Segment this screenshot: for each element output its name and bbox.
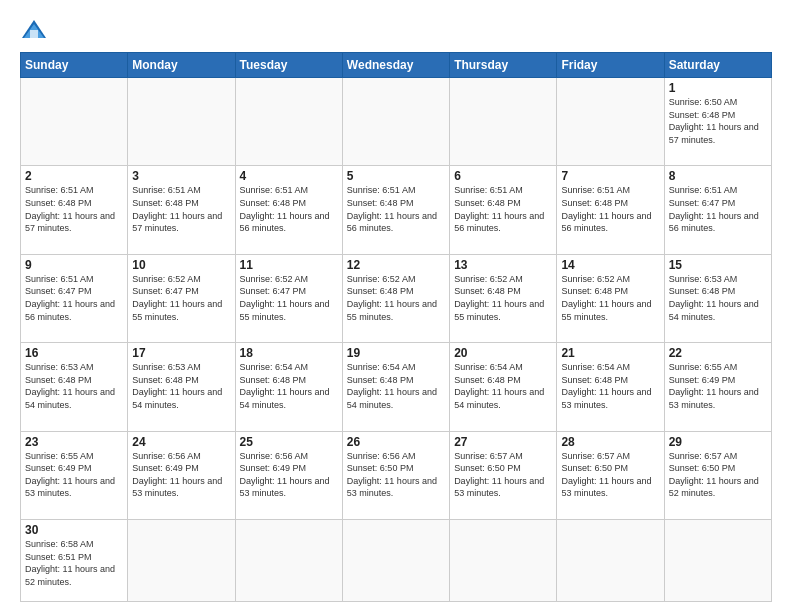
calendar-cell: 11Sunrise: 6:52 AM Sunset: 6:47 PM Dayli…	[235, 254, 342, 342]
day-number: 1	[669, 81, 767, 95]
cell-info: Sunrise: 6:54 AM Sunset: 6:48 PM Dayligh…	[347, 361, 445, 411]
calendar-cell: 5Sunrise: 6:51 AM Sunset: 6:48 PM Daylig…	[342, 166, 449, 254]
calendar-cell: 26Sunrise: 6:56 AM Sunset: 6:50 PM Dayli…	[342, 431, 449, 519]
day-number: 15	[669, 258, 767, 272]
calendar-cell: 6Sunrise: 6:51 AM Sunset: 6:48 PM Daylig…	[450, 166, 557, 254]
calendar-cell: 22Sunrise: 6:55 AM Sunset: 6:49 PM Dayli…	[664, 343, 771, 431]
cell-info: Sunrise: 6:57 AM Sunset: 6:50 PM Dayligh…	[454, 450, 552, 500]
cell-info: Sunrise: 6:54 AM Sunset: 6:48 PM Dayligh…	[240, 361, 338, 411]
calendar-cell: 3Sunrise: 6:51 AM Sunset: 6:48 PM Daylig…	[128, 166, 235, 254]
day-number: 25	[240, 435, 338, 449]
calendar-table: SundayMondayTuesdayWednesdayThursdayFrid…	[20, 52, 772, 602]
calendar-cell: 17Sunrise: 6:53 AM Sunset: 6:48 PM Dayli…	[128, 343, 235, 431]
page: SundayMondayTuesdayWednesdayThursdayFrid…	[0, 0, 792, 612]
day-number: 3	[132, 169, 230, 183]
calendar-cell	[664, 519, 771, 601]
day-number: 24	[132, 435, 230, 449]
calendar-cell: 8Sunrise: 6:51 AM Sunset: 6:47 PM Daylig…	[664, 166, 771, 254]
day-number: 9	[25, 258, 123, 272]
day-number: 7	[561, 169, 659, 183]
weekday-friday: Friday	[557, 53, 664, 78]
day-number: 30	[25, 523, 123, 537]
calendar-cell: 25Sunrise: 6:56 AM Sunset: 6:49 PM Dayli…	[235, 431, 342, 519]
day-number: 20	[454, 346, 552, 360]
day-number: 17	[132, 346, 230, 360]
cell-info: Sunrise: 6:54 AM Sunset: 6:48 PM Dayligh…	[561, 361, 659, 411]
calendar-cell	[128, 519, 235, 601]
day-number: 21	[561, 346, 659, 360]
day-number: 29	[669, 435, 767, 449]
calendar-cell: 30Sunrise: 6:58 AM Sunset: 6:51 PM Dayli…	[21, 519, 128, 601]
day-number: 2	[25, 169, 123, 183]
calendar-cell	[235, 519, 342, 601]
day-number: 27	[454, 435, 552, 449]
calendar-cell	[450, 78, 557, 166]
calendar-cell	[128, 78, 235, 166]
day-number: 10	[132, 258, 230, 272]
header	[20, 16, 772, 44]
day-number: 12	[347, 258, 445, 272]
cell-info: Sunrise: 6:56 AM Sunset: 6:49 PM Dayligh…	[132, 450, 230, 500]
calendar-cell	[342, 78, 449, 166]
week-row-1: 2Sunrise: 6:51 AM Sunset: 6:48 PM Daylig…	[21, 166, 772, 254]
cell-info: Sunrise: 6:51 AM Sunset: 6:48 PM Dayligh…	[561, 184, 659, 234]
calendar-cell: 15Sunrise: 6:53 AM Sunset: 6:48 PM Dayli…	[664, 254, 771, 342]
cell-info: Sunrise: 6:53 AM Sunset: 6:48 PM Dayligh…	[669, 273, 767, 323]
calendar-cell: 12Sunrise: 6:52 AM Sunset: 6:48 PM Dayli…	[342, 254, 449, 342]
logo	[20, 16, 52, 44]
day-number: 14	[561, 258, 659, 272]
week-row-5: 30Sunrise: 6:58 AM Sunset: 6:51 PM Dayli…	[21, 519, 772, 601]
calendar-cell: 1Sunrise: 6:50 AM Sunset: 6:48 PM Daylig…	[664, 78, 771, 166]
week-row-2: 9Sunrise: 6:51 AM Sunset: 6:47 PM Daylig…	[21, 254, 772, 342]
calendar-cell	[235, 78, 342, 166]
cell-info: Sunrise: 6:51 AM Sunset: 6:48 PM Dayligh…	[454, 184, 552, 234]
weekday-thursday: Thursday	[450, 53, 557, 78]
cell-info: Sunrise: 6:52 AM Sunset: 6:48 PM Dayligh…	[347, 273, 445, 323]
calendar-cell: 21Sunrise: 6:54 AM Sunset: 6:48 PM Dayli…	[557, 343, 664, 431]
weekday-monday: Monday	[128, 53, 235, 78]
calendar-cell: 18Sunrise: 6:54 AM Sunset: 6:48 PM Dayli…	[235, 343, 342, 431]
weekday-wednesday: Wednesday	[342, 53, 449, 78]
cell-info: Sunrise: 6:53 AM Sunset: 6:48 PM Dayligh…	[25, 361, 123, 411]
logo-icon	[20, 16, 48, 44]
cell-info: Sunrise: 6:56 AM Sunset: 6:49 PM Dayligh…	[240, 450, 338, 500]
weekday-header-row: SundayMondayTuesdayWednesdayThursdayFrid…	[21, 53, 772, 78]
day-number: 5	[347, 169, 445, 183]
day-number: 13	[454, 258, 552, 272]
cell-info: Sunrise: 6:55 AM Sunset: 6:49 PM Dayligh…	[669, 361, 767, 411]
day-number: 26	[347, 435, 445, 449]
cell-info: Sunrise: 6:51 AM Sunset: 6:47 PM Dayligh…	[669, 184, 767, 234]
weekday-sunday: Sunday	[21, 53, 128, 78]
calendar-cell	[342, 519, 449, 601]
cell-info: Sunrise: 6:55 AM Sunset: 6:49 PM Dayligh…	[25, 450, 123, 500]
calendar-cell: 4Sunrise: 6:51 AM Sunset: 6:48 PM Daylig…	[235, 166, 342, 254]
cell-info: Sunrise: 6:51 AM Sunset: 6:47 PM Dayligh…	[25, 273, 123, 323]
cell-info: Sunrise: 6:58 AM Sunset: 6:51 PM Dayligh…	[25, 538, 123, 588]
day-number: 11	[240, 258, 338, 272]
calendar-cell: 10Sunrise: 6:52 AM Sunset: 6:47 PM Dayli…	[128, 254, 235, 342]
calendar-cell: 28Sunrise: 6:57 AM Sunset: 6:50 PM Dayli…	[557, 431, 664, 519]
week-row-0: 1Sunrise: 6:50 AM Sunset: 6:48 PM Daylig…	[21, 78, 772, 166]
cell-info: Sunrise: 6:51 AM Sunset: 6:48 PM Dayligh…	[347, 184, 445, 234]
cell-info: Sunrise: 6:50 AM Sunset: 6:48 PM Dayligh…	[669, 96, 767, 146]
calendar-cell: 14Sunrise: 6:52 AM Sunset: 6:48 PM Dayli…	[557, 254, 664, 342]
calendar-cell: 16Sunrise: 6:53 AM Sunset: 6:48 PM Dayli…	[21, 343, 128, 431]
cell-info: Sunrise: 6:53 AM Sunset: 6:48 PM Dayligh…	[132, 361, 230, 411]
cell-info: Sunrise: 6:57 AM Sunset: 6:50 PM Dayligh…	[669, 450, 767, 500]
calendar-cell: 13Sunrise: 6:52 AM Sunset: 6:48 PM Dayli…	[450, 254, 557, 342]
week-row-3: 16Sunrise: 6:53 AM Sunset: 6:48 PM Dayli…	[21, 343, 772, 431]
weekday-saturday: Saturday	[664, 53, 771, 78]
cell-info: Sunrise: 6:52 AM Sunset: 6:47 PM Dayligh…	[240, 273, 338, 323]
calendar-cell	[557, 519, 664, 601]
week-row-4: 23Sunrise: 6:55 AM Sunset: 6:49 PM Dayli…	[21, 431, 772, 519]
day-number: 23	[25, 435, 123, 449]
day-number: 16	[25, 346, 123, 360]
calendar-cell: 7Sunrise: 6:51 AM Sunset: 6:48 PM Daylig…	[557, 166, 664, 254]
cell-info: Sunrise: 6:51 AM Sunset: 6:48 PM Dayligh…	[132, 184, 230, 234]
calendar-cell: 19Sunrise: 6:54 AM Sunset: 6:48 PM Dayli…	[342, 343, 449, 431]
calendar-cell: 20Sunrise: 6:54 AM Sunset: 6:48 PM Dayli…	[450, 343, 557, 431]
calendar-cell	[450, 519, 557, 601]
cell-info: Sunrise: 6:52 AM Sunset: 6:47 PM Dayligh…	[132, 273, 230, 323]
day-number: 18	[240, 346, 338, 360]
day-number: 4	[240, 169, 338, 183]
